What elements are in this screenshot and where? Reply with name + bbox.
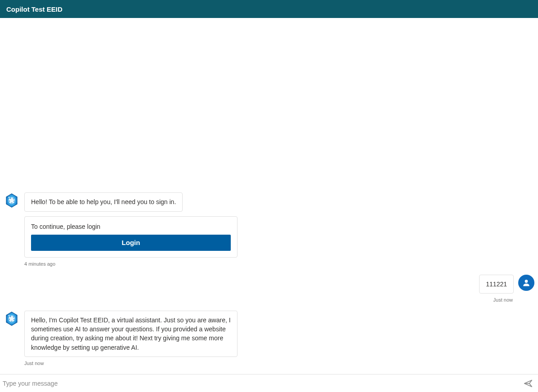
svg-point-4 [525,280,528,283]
bot-message-text: Hello, I'm Copilot Test EEID, a virtual … [31,316,231,351]
bot-avatar [4,192,20,209]
input-bar [0,374,538,392]
message-row-bot: Hello, I'm Copilot Test EEID, a virtual … [4,311,534,357]
app-title: Copilot Test EEID [6,5,63,13]
copilot-icon [4,192,20,209]
bot-message-text: Hello! To be able to help you, I'll need… [31,198,176,205]
copilot-icon [4,311,20,327]
login-card: To continue, please login Login [24,216,238,258]
user-timestamp: Just now [4,297,513,303]
bot-timestamp: 4 minutes ago [24,261,534,267]
person-icon [522,278,531,287]
bot-message-bubble: Hello! To be able to help you, I'll need… [24,192,183,211]
message-input[interactable] [0,374,520,392]
chat-area: Hello! To be able to help you, I'll need… [0,18,538,374]
app-header: Copilot Test EEID [0,0,538,18]
messages-list: Hello! To be able to help you, I'll need… [0,188,538,374]
user-message-text: 111221 [486,281,507,288]
bot-avatar [4,311,20,327]
send-icon [523,379,533,388]
bot-timestamp: Just now [24,361,534,366]
login-prompt-text: To continue, please login [31,223,231,230]
user-message-bubble: 111221 [479,275,514,294]
user-avatar [518,275,534,291]
login-button[interactable]: Login [31,235,231,251]
message-row-user: 111221 [4,275,534,294]
bot-message-bubble: Hello, I'm Copilot Test EEID, a virtual … [24,311,238,357]
svg-point-3 [9,197,9,198]
send-button[interactable] [520,375,536,392]
message-row-bot: Hello! To be able to help you, I'll need… [4,192,534,211]
svg-point-8 [9,315,9,316]
